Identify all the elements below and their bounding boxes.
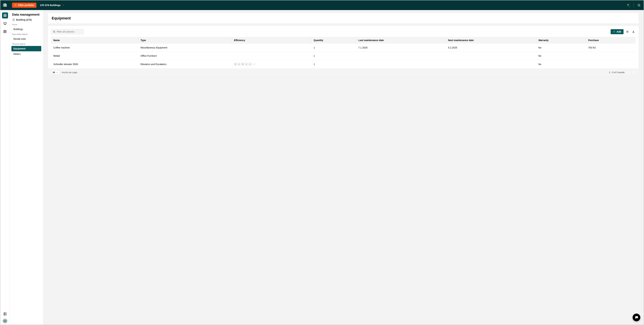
svg-point-4 xyxy=(5,30,6,31)
cell-next xyxy=(446,60,536,69)
eff-bulb-icon xyxy=(245,63,248,66)
table-row[interactable]: Coffee machine Miscellaneous Equipment 1… xyxy=(51,44,636,52)
rail-item-widgets[interactable] xyxy=(2,28,8,34)
building-icon xyxy=(12,19,15,21)
chevron-right-icon xyxy=(633,71,635,73)
table-card: Add Name Type xyxy=(48,26,639,76)
table-row[interactable]: fdsfad Office Furniture 1 No xyxy=(51,52,636,60)
nav-item-equipment[interactable]: Equipment xyxy=(12,46,41,51)
efficiency-icons xyxy=(234,63,256,66)
chat-icon xyxy=(634,316,638,319)
download-button[interactable] xyxy=(631,29,636,34)
group-label-real-estate: Real estate objects xyxy=(12,33,41,35)
cell-name: Coffee machine xyxy=(51,44,138,52)
sidebar: Data management Building (276) Focus Bui… xyxy=(10,10,43,325)
user-avatar[interactable]: AA xyxy=(3,319,8,323)
page-size-select[interactable]: 10 xyxy=(51,70,60,74)
cell-warranty: No xyxy=(536,60,586,69)
filter-icon xyxy=(14,4,17,6)
cell-type: Miscellaneous Equipment xyxy=(138,44,232,52)
cell-efficiency xyxy=(232,44,311,52)
svg-rect-5 xyxy=(4,32,5,33)
rail-item-data[interactable] xyxy=(2,12,8,18)
search-icon xyxy=(53,30,55,33)
col-name[interactable]: Name xyxy=(51,37,138,44)
chat-fab[interactable] xyxy=(632,314,640,321)
chevron-left-icon xyxy=(628,71,630,73)
rail-item-monitor[interactable] xyxy=(2,20,8,26)
group-label-focus: Focus xyxy=(12,23,41,25)
sidebar-scope-text: Building (276) xyxy=(16,18,32,21)
col-purchase[interactable]: Purchase xyxy=(586,37,636,44)
collapse-icon xyxy=(3,312,7,316)
cell-last: 7.1.2025 xyxy=(356,44,446,52)
search-button[interactable] xyxy=(636,3,641,7)
nav-item-meters[interactable]: Meters xyxy=(12,51,41,57)
col-type[interactable]: Type xyxy=(138,37,232,44)
col-efficiency[interactable]: Efficiency xyxy=(232,37,311,44)
cell-warranty: No xyxy=(536,44,586,52)
chevron-down-icon xyxy=(62,4,64,6)
top-bar: Filter portfolio 276 /276 Buildings xyxy=(0,0,644,10)
cell-quantity: 1 xyxy=(311,52,356,60)
filter-portfolio-label: Filter portfolio xyxy=(18,4,34,6)
sidebar-scope[interactable]: Building (276) xyxy=(12,18,41,21)
table-scroll[interactable]: Name Type Efficiency Quantity Last maint… xyxy=(51,37,636,68)
svg-point-9 xyxy=(627,31,628,32)
cell-last xyxy=(356,60,446,69)
eff-refresh-icon xyxy=(238,63,240,66)
cell-quantity: 1 xyxy=(311,44,356,52)
svg-rect-1 xyxy=(4,14,6,17)
search-field[interactable] xyxy=(51,29,84,34)
add-button[interactable]: Add xyxy=(610,29,624,34)
cell-next xyxy=(446,52,536,60)
next-page-button[interactable] xyxy=(632,71,636,74)
building-count-dropdown[interactable]: 276 /276 Buildings xyxy=(40,4,64,6)
nav-item-rental-units[interactable]: Rental units xyxy=(12,36,41,41)
plus-icon xyxy=(613,30,615,33)
icon-rail: AA xyxy=(0,10,10,325)
search-input[interactable] xyxy=(57,30,82,33)
cell-next: 5.2.2025 xyxy=(446,44,536,52)
app-logo xyxy=(3,3,8,7)
table-icon xyxy=(3,14,7,17)
cell-quantity: 1 xyxy=(311,60,356,69)
nav-item-buildings[interactable]: Buildings xyxy=(12,26,41,32)
main-content: Equipment Add xyxy=(43,10,644,325)
collapse-sidebar-button[interactable] xyxy=(3,312,8,316)
col-next-maintenance[interactable]: Next maintenance date xyxy=(446,37,536,44)
per-page-label: results per page xyxy=(62,71,77,74)
prev-page-button[interactable] xyxy=(628,71,631,74)
page-title: Equipment xyxy=(52,16,635,20)
table-settings-button[interactable] xyxy=(625,29,630,34)
cell-purchase xyxy=(586,52,636,60)
avatar-initials: AA xyxy=(4,320,6,322)
cell-name: fdsfad xyxy=(51,52,138,60)
star-icon xyxy=(629,6,630,7)
table-row[interactable]: Schindler elevator 5500 Elevators and Es… xyxy=(51,60,636,69)
cell-purchase: 700 EU xyxy=(586,44,636,52)
table-toolbar: Add xyxy=(48,29,639,37)
filter-portfolio-button[interactable]: Filter portfolio xyxy=(12,3,36,8)
chevron-down-icon xyxy=(56,71,58,73)
cell-name: Schindler elevator 5500 xyxy=(51,60,138,69)
col-last-maintenance[interactable]: Last maintenance date xyxy=(356,37,446,44)
svg-rect-7 xyxy=(13,19,14,21)
col-warranty[interactable]: Warranty xyxy=(536,37,586,44)
group-label-physical: Physical objects xyxy=(12,43,41,45)
svg-point-8 xyxy=(53,31,55,32)
eff-scale-icon xyxy=(241,63,244,66)
cell-type: Office Furniture xyxy=(138,52,232,60)
gear-icon xyxy=(626,30,629,33)
svg-point-0 xyxy=(638,4,640,6)
add-button-label: Add xyxy=(617,30,621,33)
download-icon xyxy=(632,30,635,33)
eff-leaf-icon xyxy=(252,63,256,66)
svg-rect-2 xyxy=(4,22,6,24)
saved-filters-button[interactable] xyxy=(626,3,630,7)
cell-last xyxy=(356,52,446,60)
col-quantity[interactable]: Quantity xyxy=(311,37,356,44)
table-pager: 10 results per page 1 - 3 of 3 results xyxy=(48,68,639,76)
search-icon xyxy=(637,3,641,7)
monitor-icon xyxy=(3,22,7,25)
